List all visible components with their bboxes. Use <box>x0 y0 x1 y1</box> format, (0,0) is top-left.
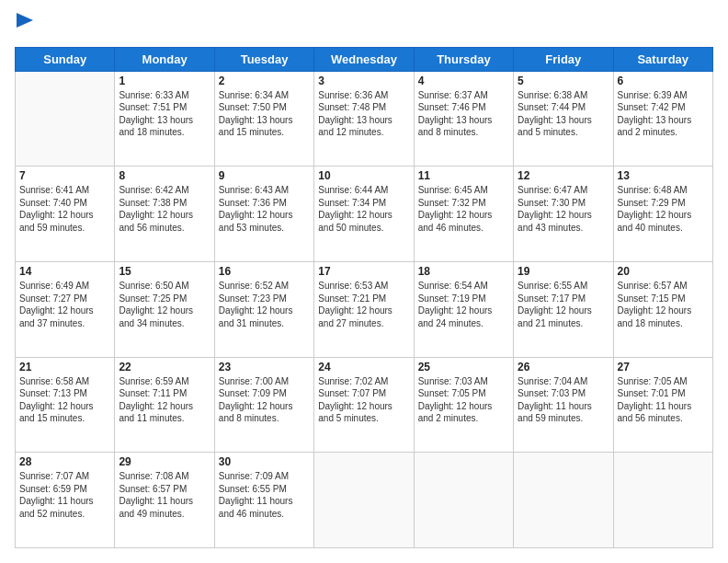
day-number: 17 <box>318 265 409 278</box>
day-info: Sunrise: 6:45 AM Sunset: 7:32 PM Dayligh… <box>418 184 509 234</box>
day-info: Sunrise: 6:33 AM Sunset: 7:51 PM Dayligh… <box>119 89 210 139</box>
day-cell: 14Sunrise: 6:49 AM Sunset: 7:27 PM Dayli… <box>16 262 115 358</box>
logo-text <box>15 15 33 38</box>
day-info: Sunrise: 6:43 AM Sunset: 7:36 PM Dayligh… <box>219 184 310 234</box>
day-info: Sunrise: 7:00 AM Sunset: 7:09 PM Dayligh… <box>219 375 310 425</box>
day-cell <box>414 453 513 548</box>
weekday-header-sunday: Sunday <box>16 47 115 71</box>
week-row-4: 21Sunrise: 6:58 AM Sunset: 7:13 PM Dayli… <box>16 357 713 453</box>
day-cell: 18Sunrise: 6:54 AM Sunset: 7:19 PM Dayli… <box>414 262 513 358</box>
day-number: 22 <box>119 361 210 373</box>
day-cell <box>16 71 115 167</box>
day-cell: 23Sunrise: 7:00 AM Sunset: 7:09 PM Dayli… <box>214 357 313 453</box>
day-info: Sunrise: 6:37 AM Sunset: 7:46 PM Dayligh… <box>418 89 509 139</box>
day-number: 30 <box>219 455 310 468</box>
day-info: Sunrise: 6:57 AM Sunset: 7:15 PM Dayligh… <box>618 280 709 329</box>
day-cell: 5Sunrise: 6:38 AM Sunset: 7:44 PM Daylig… <box>514 71 613 167</box>
day-cell: 9Sunrise: 6:43 AM Sunset: 7:36 PM Daylig… <box>214 167 313 262</box>
day-number: 23 <box>219 361 310 373</box>
weekday-header-monday: Monday <box>115 47 214 71</box>
day-number: 18 <box>418 265 509 278</box>
day-number: 13 <box>618 169 709 182</box>
day-info: Sunrise: 6:38 AM Sunset: 7:44 PM Dayligh… <box>518 89 609 139</box>
day-cell: 27Sunrise: 7:05 AM Sunset: 7:01 PM Dayli… <box>613 357 712 453</box>
day-number: 28 <box>19 455 110 468</box>
day-cell <box>613 453 712 548</box>
day-info: Sunrise: 7:09 AM Sunset: 6:55 PM Dayligh… <box>219 470 310 520</box>
day-cell: 17Sunrise: 6:53 AM Sunset: 7:21 PM Dayli… <box>314 262 414 358</box>
day-cell <box>314 453 414 548</box>
day-cell: 24Sunrise: 7:02 AM Sunset: 7:07 PM Dayli… <box>314 357 414 453</box>
week-row-2: 7Sunrise: 6:41 AM Sunset: 7:40 PM Daylig… <box>16 167 713 262</box>
day-info: Sunrise: 7:02 AM Sunset: 7:07 PM Dayligh… <box>318 375 409 425</box>
day-info: Sunrise: 6:54 AM Sunset: 7:19 PM Dayligh… <box>418 280 509 329</box>
header <box>15 15 713 38</box>
day-cell: 10Sunrise: 6:44 AM Sunset: 7:34 PM Dayli… <box>314 167 414 262</box>
day-info: Sunrise: 7:04 AM Sunset: 7:03 PM Dayligh… <box>518 375 609 425</box>
day-number: 8 <box>119 169 210 182</box>
day-number: 26 <box>518 361 609 373</box>
day-cell: 15Sunrise: 6:50 AM Sunset: 7:25 PM Dayli… <box>115 262 214 358</box>
day-cell: 20Sunrise: 6:57 AM Sunset: 7:15 PM Dayli… <box>613 262 712 358</box>
day-info: Sunrise: 7:05 AM Sunset: 7:01 PM Dayligh… <box>618 375 709 425</box>
day-number: 15 <box>119 265 210 278</box>
weekday-header-saturday: Saturday <box>613 47 712 71</box>
week-row-1: 1Sunrise: 6:33 AM Sunset: 7:51 PM Daylig… <box>16 71 713 167</box>
day-cell: 12Sunrise: 6:47 AM Sunset: 7:30 PM Dayli… <box>514 167 613 262</box>
day-info: Sunrise: 6:55 AM Sunset: 7:17 PM Dayligh… <box>518 280 609 329</box>
day-cell: 1Sunrise: 6:33 AM Sunset: 7:51 PM Daylig… <box>115 71 214 167</box>
day-cell: 6Sunrise: 6:39 AM Sunset: 7:42 PM Daylig… <box>613 71 712 167</box>
day-cell: 25Sunrise: 7:03 AM Sunset: 7:05 PM Dayli… <box>414 357 513 453</box>
day-info: Sunrise: 6:36 AM Sunset: 7:48 PM Dayligh… <box>318 89 409 139</box>
day-number: 11 <box>418 169 509 182</box>
day-info: Sunrise: 6:59 AM Sunset: 7:11 PM Dayligh… <box>119 375 210 425</box>
day-number: 24 <box>318 361 409 373</box>
weekday-header-tuesday: Tuesday <box>214 47 313 71</box>
day-cell: 7Sunrise: 6:41 AM Sunset: 7:40 PM Daylig… <box>16 167 115 262</box>
day-number: 4 <box>418 75 509 87</box>
day-cell: 29Sunrise: 7:08 AM Sunset: 6:57 PM Dayli… <box>115 453 214 548</box>
day-number: 9 <box>219 169 310 182</box>
weekday-header-friday: Friday <box>514 47 613 71</box>
weekday-header-thursday: Thursday <box>414 47 513 71</box>
day-info: Sunrise: 6:50 AM Sunset: 7:25 PM Dayligh… <box>119 280 210 329</box>
day-info: Sunrise: 7:03 AM Sunset: 7:05 PM Dayligh… <box>418 375 509 425</box>
day-info: Sunrise: 6:44 AM Sunset: 7:34 PM Dayligh… <box>318 184 409 234</box>
day-cell: 11Sunrise: 6:45 AM Sunset: 7:32 PM Dayli… <box>414 167 513 262</box>
day-cell: 26Sunrise: 7:04 AM Sunset: 7:03 PM Dayli… <box>514 357 613 453</box>
day-number: 14 <box>19 265 110 278</box>
calendar-table: SundayMondayTuesdayWednesdayThursdayFrid… <box>15 47 713 548</box>
week-row-5: 28Sunrise: 7:07 AM Sunset: 6:59 PM Dayli… <box>16 453 713 548</box>
day-info: Sunrise: 6:53 AM Sunset: 7:21 PM Dayligh… <box>318 280 409 329</box>
day-number: 1 <box>119 75 210 87</box>
day-number: 16 <box>219 265 310 278</box>
day-number: 7 <box>19 169 110 182</box>
day-cell: 2Sunrise: 6:34 AM Sunset: 7:50 PM Daylig… <box>214 71 313 167</box>
day-cell: 19Sunrise: 6:55 AM Sunset: 7:17 PM Dayli… <box>514 262 613 358</box>
day-number: 3 <box>318 75 409 87</box>
week-row-3: 14Sunrise: 6:49 AM Sunset: 7:27 PM Dayli… <box>16 262 713 358</box>
day-cell <box>514 453 613 548</box>
day-cell: 22Sunrise: 6:59 AM Sunset: 7:11 PM Dayli… <box>115 357 214 453</box>
day-info: Sunrise: 6:48 AM Sunset: 7:29 PM Dayligh… <box>618 184 709 234</box>
day-info: Sunrise: 6:34 AM Sunset: 7:50 PM Dayligh… <box>219 89 310 139</box>
day-number: 27 <box>618 361 709 373</box>
day-number: 5 <box>518 75 609 87</box>
day-number: 20 <box>618 265 709 278</box>
day-info: Sunrise: 6:49 AM Sunset: 7:27 PM Dayligh… <box>19 280 110 329</box>
page: SundayMondayTuesdayWednesdayThursdayFrid… <box>0 0 728 563</box>
day-number: 29 <box>119 455 210 468</box>
day-number: 21 <box>19 361 110 373</box>
day-number: 6 <box>618 75 709 87</box>
day-number: 12 <box>518 169 609 182</box>
day-info: Sunrise: 6:58 AM Sunset: 7:13 PM Dayligh… <box>19 375 110 425</box>
day-info: Sunrise: 6:39 AM Sunset: 7:42 PM Dayligh… <box>618 89 709 139</box>
day-number: 25 <box>418 361 509 373</box>
day-cell: 13Sunrise: 6:48 AM Sunset: 7:29 PM Dayli… <box>613 167 712 262</box>
day-cell: 3Sunrise: 6:36 AM Sunset: 7:48 PM Daylig… <box>314 71 414 167</box>
day-info: Sunrise: 6:52 AM Sunset: 7:23 PM Dayligh… <box>219 280 310 329</box>
day-info: Sunrise: 6:41 AM Sunset: 7:40 PM Dayligh… <box>19 184 110 234</box>
logo <box>15 15 33 38</box>
day-number: 10 <box>318 169 409 182</box>
logo-flag-icon <box>17 13 33 35</box>
